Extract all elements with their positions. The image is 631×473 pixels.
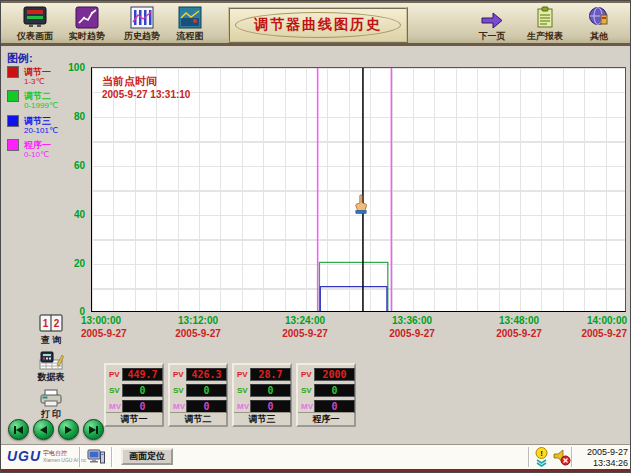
previous-triangle (40, 426, 47, 434)
tool-label: 查 询 (28, 334, 74, 347)
brand-logo: UGU (7, 448, 41, 464)
print-icon (38, 389, 64, 407)
query-icon: 1 2 (39, 314, 63, 333)
toolbar-item-label: 其他 (570, 30, 628, 43)
data-table-icon (38, 351, 64, 370)
legend-item: 调节二 0-1999℃ (7, 89, 89, 113)
sv-readout: 0 (314, 384, 355, 397)
toolbar-item-instrument-screen[interactable]: 仪表画面 (6, 6, 64, 43)
pv-label: PV (109, 370, 120, 379)
toolbar-item-label: 仪表画面 (6, 30, 64, 43)
page-title-plaque: 调节器曲线图历史 (228, 7, 408, 43)
controller-panel-4: PV2000 SV0 MV0 程序一 (296, 363, 356, 427)
x-tick-label: 13:48:00 (487, 315, 551, 326)
data-table-button[interactable]: 数据表 (28, 351, 74, 384)
last-triangle (89, 426, 96, 434)
sv-label: SV (173, 386, 184, 395)
sv-readout: 0 (122, 384, 163, 397)
pv-readout: 426.3 (186, 368, 227, 381)
last-bar (96, 426, 98, 434)
mv-label: MV (237, 402, 249, 411)
pv-label: PV (301, 370, 312, 379)
print-button[interactable]: 打 印 (28, 389, 74, 421)
nav-next-button[interactable] (58, 419, 79, 440)
sv-readout: 0 (250, 384, 291, 397)
meter-icon (22, 6, 48, 29)
first-triangle (16, 426, 23, 434)
y-tick-label: 100 (57, 62, 85, 73)
toolbar-item-label: 流程图 (161, 30, 219, 43)
legend-range: 0-1999℃ (24, 101, 58, 110)
legend-item: 程序一 0-10℃ (7, 138, 89, 162)
legend-swatch (7, 90, 19, 102)
toolbar-item-label: 实时趋势 (58, 30, 116, 43)
other-icon (586, 6, 612, 29)
mv-label: MV (173, 402, 185, 411)
pv-readout: 28.7 (250, 368, 291, 381)
legend-title: 图例: (7, 51, 33, 66)
panel-title: 调节一 (106, 412, 162, 425)
nav-last-button[interactable] (83, 419, 104, 440)
toolbar-item-production-report[interactable]: 生产报表 (516, 6, 574, 43)
x-tick-label: 13:00:00 (81, 315, 145, 326)
cursor-time-caption: 当前点时间 (102, 74, 157, 89)
pv-label: PV (237, 370, 248, 379)
muted-speaker-icon[interactable] (553, 447, 571, 467)
controller-panel-3: PV28.7 SV0 MV0 调节三 (232, 363, 292, 427)
report-icon (532, 6, 558, 29)
legend-swatch (7, 115, 19, 127)
sv-label: SV (301, 386, 312, 395)
mv-label: MV (301, 402, 313, 411)
nav-first-button[interactable] (8, 419, 29, 440)
legend-range: 20-101℃ (24, 126, 58, 135)
toolbar-item-other[interactable]: 其他 (570, 6, 628, 43)
sv-label: SV (109, 386, 120, 395)
status-date: 2005-9-27 (574, 447, 628, 457)
status-bar: UGU 宇电自控 Xiamen UGU AI Inc 画面定位 ! 2005-9… (1, 444, 631, 469)
x-tick-label: 14:00:00 (563, 315, 627, 326)
page-title: 调节器曲线图历史 (254, 16, 382, 34)
hand-cursor-icon[interactable] (353, 194, 369, 214)
screen-locate-button[interactable]: 画面定位 (121, 448, 173, 465)
toolbar-item-label: 下一页 (463, 30, 521, 43)
computer-icon[interactable] (87, 448, 105, 466)
sv-readout: 0 (186, 384, 227, 397)
toolbar-item-flow-diagram[interactable]: 流程图 (161, 6, 219, 43)
query-button[interactable]: 1 2 查 询 (28, 314, 74, 347)
x-date-label: 2005-9-27 (380, 328, 444, 339)
sv-label: SV (237, 386, 248, 395)
y-tick-label: 60 (57, 160, 85, 171)
legend-range: 1-3℃ (24, 77, 45, 86)
toolbar-item-realtime-trend[interactable]: 实时趋势 (58, 6, 116, 43)
trend-chart-plot[interactable]: 当前点时间 2005-9-27 13:31:10 (91, 67, 626, 312)
trend-lines (92, 68, 625, 311)
realtime-trend-icon (74, 6, 100, 29)
toolbar-item-next-page[interactable]: 下一页 (463, 6, 521, 43)
mv-label: MV (109, 402, 121, 411)
top-toolbar: 仪表画面 实时趋势 历史趋势 (1, 1, 631, 46)
legend-swatch (7, 139, 19, 151)
alarm-tray-icon[interactable]: ! (534, 447, 549, 467)
svg-text:2: 2 (54, 318, 60, 329)
pv-readout: 2000 (314, 368, 355, 381)
y-tick-label: 20 (57, 258, 85, 269)
separator (571, 447, 573, 467)
y-tick-label: 80 (57, 111, 85, 122)
flow-diagram-icon (177, 6, 203, 29)
x-tick-label: 13:12:00 (166, 315, 230, 326)
tool-label: 数据表 (28, 371, 74, 384)
next-page-icon (479, 6, 505, 29)
legend-swatch (7, 66, 19, 78)
x-date-label: 2005-9-27 (563, 328, 627, 339)
x-date-label: 2005-9-27 (273, 328, 337, 339)
nav-previous-button[interactable] (33, 419, 54, 440)
x-date-label: 2005-9-27 (166, 328, 230, 339)
separator (111, 447, 113, 467)
plaque-oval: 调节器曲线图历史 (235, 12, 401, 38)
panel-title: 调节二 (170, 412, 226, 425)
controller-panel-1: PV449.7 SV0 MV0 调节一 (104, 363, 164, 427)
history-trend-icon (129, 6, 155, 29)
panel-title: 调节三 (234, 412, 290, 425)
separator (528, 447, 530, 467)
hmi-window: 仪表画面 实时趋势 历史趋势 (0, 0, 631, 473)
